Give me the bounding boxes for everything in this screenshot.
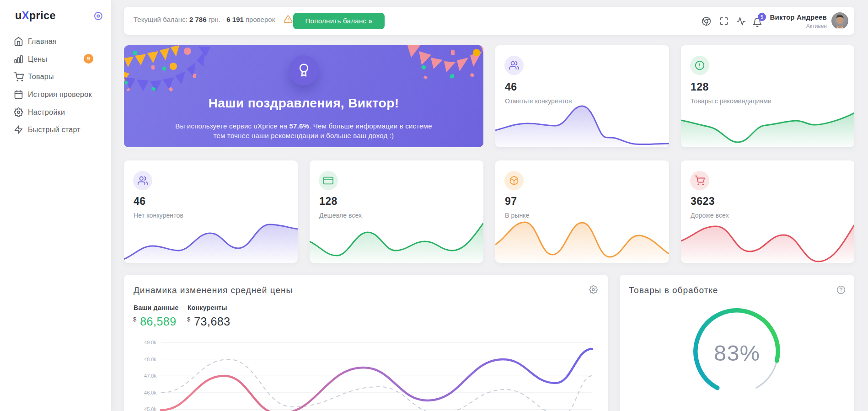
svg-text:48.0k: 48.0k: [144, 357, 156, 362]
svg-text:46.0k: 46.0k: [144, 390, 156, 395]
svg-text:49.0k: 49.0k: [144, 340, 156, 345]
svg-text:45.0k: 45.0k: [144, 406, 156, 411]
svg-text:47.0k: 47.0k: [144, 373, 156, 379]
